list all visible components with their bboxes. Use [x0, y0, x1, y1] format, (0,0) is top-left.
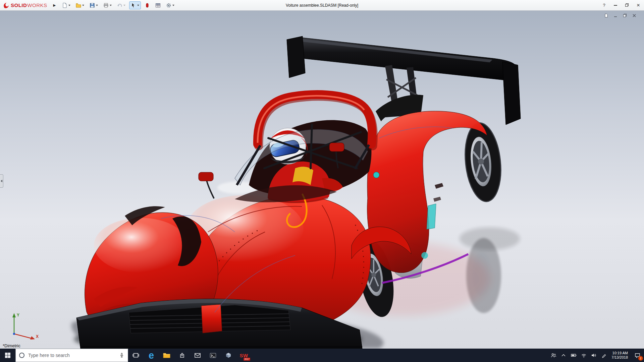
cube-app-button[interactable] [221, 349, 236, 362]
options-button[interactable] [164, 1, 176, 9]
logo-text-solid: SOLID [11, 2, 27, 8]
battery-button[interactable] [569, 349, 579, 362]
dropdown-arrow-icon[interactable] [82, 5, 84, 6]
people-icon [551, 353, 556, 358]
minimize-button[interactable] [610, 0, 621, 10]
minimize-icon [614, 5, 617, 6]
child-restore-icon [623, 13, 627, 18]
system-tray: 10:19 AM 7/13/2018 2 [548, 349, 644, 362]
dropdown-arrow-icon[interactable] [110, 5, 112, 6]
volume-button[interactable] [589, 349, 599, 362]
terminal-button[interactable] [205, 349, 221, 362]
save-button[interactable] [88, 1, 100, 9]
help-button[interactable]: ? [598, 0, 610, 10]
network-button[interactable] [579, 349, 589, 362]
title-bar: SOLID WORKS ▶ [0, 0, 644, 11]
child-restore-button[interactable] [621, 13, 629, 18]
child-minimize-button[interactable] [612, 13, 619, 18]
clock-time: 10:19 AM [612, 351, 628, 355]
cortana-icon [19, 353, 24, 358]
dropdown-arrow-icon[interactable] [96, 5, 98, 6]
rear-right-wheel[interactable] [462, 121, 504, 203]
edge-button[interactable]: e [144, 349, 159, 362]
child-document-button[interactable] [602, 13, 610, 18]
windows-taskbar: e SW 2017 [0, 349, 644, 362]
speaker-icon [591, 353, 596, 358]
left-mirror [199, 172, 214, 198]
store-icon [179, 352, 185, 358]
select-arrow-icon [131, 3, 136, 8]
design-table-icon [155, 3, 161, 8]
car-model[interactable] [0, 11, 644, 349]
microphone-icon[interactable] [119, 353, 124, 358]
taskbar-search[interactable] [15, 349, 128, 362]
pen-button[interactable] [599, 349, 609, 362]
dropdown-arrow-icon[interactable] [123, 5, 125, 6]
solidworks-app-year: 2017 [244, 358, 250, 361]
solidworks-app-icon: SW [239, 353, 248, 358]
close-icon: × [637, 2, 640, 8]
x-axis-arrow [30, 336, 35, 340]
mail-button[interactable] [190, 349, 205, 362]
action-center-button[interactable]: 2 [631, 349, 644, 362]
select-tool-button[interactable] [129, 1, 141, 9]
child-close-icon [632, 13, 637, 18]
battery-icon [571, 353, 577, 357]
dassault-ds-icon [3, 2, 9, 9]
y-axis-arrow [12, 313, 16, 317]
new-document-icon [62, 3, 67, 8]
orientation-triad[interactable]: Y X [4, 310, 41, 341]
edge-icon: e [149, 351, 154, 360]
task-view-icon [132, 352, 139, 358]
menu-flyout-arrow[interactable]: ▶ [51, 3, 59, 7]
gear-icon [166, 3, 171, 8]
child-close-button[interactable] [631, 13, 638, 18]
new-document-button[interactable] [60, 1, 72, 9]
chevron-up-icon [561, 353, 566, 357]
undo-button[interactable] [115, 1, 127, 9]
file-explorer-icon [163, 352, 170, 358]
save-icon [90, 3, 95, 8]
child-minimize-icon [613, 13, 618, 18]
cube-app-icon [225, 352, 232, 359]
dropdown-arrow-icon[interactable] [68, 5, 70, 6]
wifi-icon [581, 353, 587, 358]
dropdown-arrow-icon[interactable] [137, 5, 139, 6]
appearance-icon [145, 3, 150, 8]
file-explorer-button[interactable] [159, 349, 174, 362]
start-button[interactable] [0, 349, 15, 362]
view-orientation-label: *Dimetric [3, 343, 20, 348]
windows-logo-icon [5, 352, 11, 358]
appearance-button[interactable] [143, 1, 152, 9]
panel-flyout-handle[interactable] [0, 174, 3, 188]
hidden-icons-button[interactable] [558, 349, 569, 362]
y-axis-label: Y [17, 313, 19, 317]
teal-gauge [373, 172, 379, 178]
quick-access-toolbar [58, 0, 176, 10]
restore-button[interactable] [621, 0, 633, 10]
mail-icon [194, 353, 201, 358]
dropdown-arrow-icon[interactable] [172, 5, 174, 6]
z-axis-dot [13, 333, 15, 335]
design-table-button[interactable] [154, 1, 162, 9]
solidworks-logo: SOLID WORKS [0, 0, 51, 10]
notification-badge: 2 [638, 356, 643, 361]
graphics-area[interactable]: Y X *Dimetric [0, 11, 644, 349]
people-button[interactable] [548, 349, 558, 362]
pen-icon [601, 353, 606, 358]
document-window-controls [602, 13, 638, 18]
task-view-button[interactable] [128, 349, 144, 362]
open-button[interactable] [74, 1, 86, 9]
store-button[interactable] [174, 349, 190, 362]
clock-date: 7/13/2018 [611, 355, 628, 360]
undo-icon [117, 3, 122, 8]
close-button[interactable]: × [633, 0, 644, 10]
print-button[interactable] [102, 1, 113, 9]
rear-wing[interactable] [287, 36, 521, 125]
child-document-icon [604, 13, 608, 18]
x-axis-label: X [36, 334, 39, 339]
solidworks-app-button[interactable]: SW 2017 [236, 349, 252, 362]
search-input[interactable] [28, 352, 116, 358]
taskbar-clock[interactable]: 10:19 AM 7/13/2018 [609, 349, 631, 362]
document-title: Voiture assemblee.SLDASM [Read-only] [286, 3, 358, 8]
